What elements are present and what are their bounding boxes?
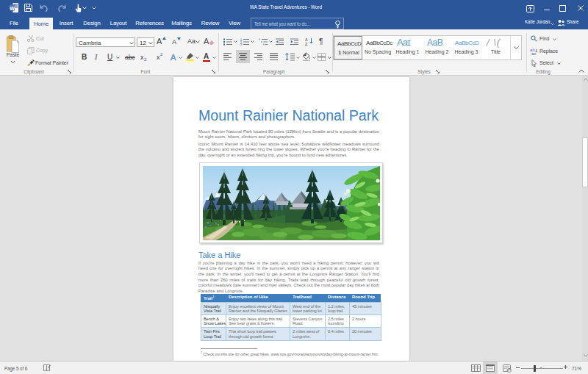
svg-text:W: W: [10, 6, 15, 11]
svg-text:3: 3: [240, 43, 242, 46]
svg-text:Z: Z: [305, 42, 308, 46]
svg-text:ac: ac: [531, 51, 536, 55]
